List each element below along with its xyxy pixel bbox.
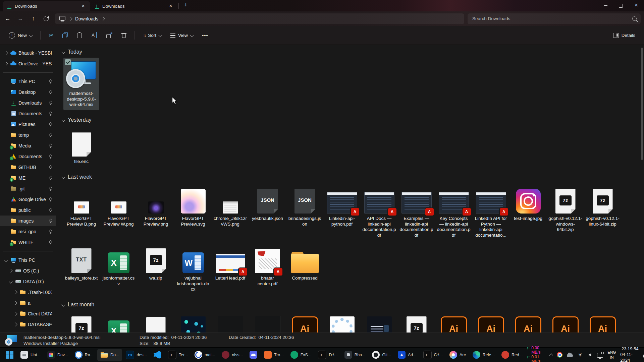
sidebar-item[interactable]: images — [0, 216, 56, 226]
sidebar-item[interactable]: .git — [0, 183, 56, 194]
file-tile[interactable]: Rectangle 7.png — [250, 310, 285, 333]
taskbar-app[interactable]: Do... — [97, 349, 122, 361]
search-input[interactable] — [472, 16, 630, 21]
file-tile[interactable]: Ai AdobeStock_684425862.ai — [473, 310, 509, 333]
chevron-right-icon[interactable] — [13, 322, 17, 326]
sidebar-item[interactable]: public — [0, 205, 56, 216]
forward-button[interactable]: → — [15, 13, 26, 24]
chevron-down-icon[interactable] — [9, 280, 12, 283]
file-tile[interactable]: A LinkedIn API for Python — linkedin-api… — [473, 183, 509, 241]
chevron-right-icon[interactable] — [9, 269, 12, 273]
more-button[interactable]: ••• — [199, 29, 212, 41]
back-button[interactable]: ← — [2, 13, 13, 24]
sidebar-item[interactable]: temp — [0, 130, 56, 140]
group-header[interactable]: Last week — [62, 172, 639, 182]
clock[interactable]: 23:19:54 04-11-2024 — [620, 346, 638, 362]
taskbar-app[interactable]: Ra... — [72, 349, 97, 361]
file-tile[interactable]: 7z saveweb2zip-com-www-harness-io.zip — [63, 310, 99, 333]
tab-close-icon[interactable] — [167, 3, 174, 10]
taskbar-app[interactable]: Unt... — [17, 349, 44, 361]
sidebar-item[interactable]: Pictures — [0, 119, 56, 130]
file-tile[interactable]: 7z gophish-v0.12.1-windows-64bit.zip — [547, 183, 583, 241]
taskbar-app[interactable]: Git... — [369, 349, 394, 361]
language-switcher[interactable]: ENG IN — [607, 350, 616, 360]
sidebar-item[interactable]: This PC — [0, 255, 56, 265]
sidebar-item[interactable]: DATA (D:) — [0, 276, 56, 287]
taskbar-app[interactable]: Bha... — [341, 349, 369, 361]
file-tile[interactable]: 7z wa.zip — [138, 242, 174, 295]
file-tile[interactable]: FlavorGPT Preview.svg — [175, 183, 211, 241]
chevron-right-icon[interactable] — [13, 312, 17, 315]
taskbar-app[interactable]: Ps des... — [123, 349, 150, 361]
file-tile[interactable]: chrome_J8sk1zrvWS.png — [212, 183, 248, 241]
sidebar-item[interactable]: This PC — [0, 76, 56, 87]
taskbar-app[interactable] — [151, 349, 164, 361]
taskbar-app[interactable] — [247, 349, 260, 361]
file-tile[interactable]: Ai AdobeStock_594399656 [Converted] copy… — [436, 310, 472, 333]
network-speed-widget[interactable]: ↑:0.00 MB/s ↓:0.01 MB/s — [526, 346, 545, 362]
minimize-button[interactable] — [598, 0, 613, 11]
details-button[interactable]: Details — [610, 29, 639, 41]
scrollbar-thumb[interactable] — [641, 48, 643, 160]
start-button[interactable] — [3, 349, 17, 361]
chevron-right-icon[interactable] — [13, 290, 17, 294]
volume-icon[interactable] — [587, 352, 593, 358]
file-tile[interactable]: A Key Concepts — linkedin-api documentat… — [436, 183, 472, 241]
group-header[interactable]: Yesterday — [62, 115, 639, 125]
file-tile[interactable]: X jsonformatter.csv — [101, 242, 137, 295]
file-tile[interactable]: test-image.jpg — [510, 183, 546, 241]
file-tile[interactable]: Ai AdobeStock_684401528.ai — [510, 310, 546, 333]
chrome-tray-icon[interactable] — [557, 352, 562, 358]
onedrive-tray-icon[interactable] — [567, 352, 573, 358]
sidebar-item[interactable]: Desktop — [0, 87, 56, 98]
notification-bell-icon[interactable] — [643, 352, 644, 358]
file-tile[interactable]: 7z gophish-v0.12.1-linux-64bit.zip — [585, 183, 621, 241]
paste-button[interactable] — [73, 29, 86, 41]
file-tile[interactable]: Rectangle 6.png — [212, 310, 248, 333]
rename-button[interactable] — [88, 29, 101, 41]
share-button[interactable] — [103, 29, 116, 41]
file-tile[interactable]: TXT baileys_store.txt — [63, 242, 99, 295]
file-tile[interactable]: A Linkedin-api-python.pdf — [324, 183, 360, 241]
taskbar-app[interactable]: niss... — [219, 349, 246, 361]
copy-button[interactable] — [59, 29, 71, 41]
sidebar-item[interactable]: OS (C:) — [0, 265, 56, 276]
file-tile[interactable]: file.enc — [63, 126, 99, 167]
sidebar-item[interactable]: Media — [0, 140, 56, 151]
file-tile[interactable]: FlavorGPT Preview B.png — [63, 183, 99, 241]
file-tile[interactable]: JSON brindadesings.json — [287, 183, 323, 241]
file-tile[interactable]: X voucher.xlsx — [101, 310, 137, 333]
file-tile[interactable]: Ai AdobeStock_594399656.ai — [585, 310, 621, 333]
sidebar-item[interactable]: ME — [0, 173, 56, 183]
close-button[interactable] — [629, 0, 644, 11]
file-tile[interactable]: FlavorGPT Preview W.png — [101, 183, 137, 241]
sidebar-item[interactable]: Google Drive — [0, 194, 56, 205]
delete-button[interactable] — [118, 29, 130, 41]
network-display-icon[interactable] — [597, 352, 603, 358]
breadcrumb[interactable]: Downloads — [75, 16, 98, 21]
brightness-icon[interactable]: ☀ — [577, 352, 583, 358]
sidebar-item[interactable]: Documents — [0, 151, 56, 162]
file-tile[interactable]: BHAUTIK.png — [361, 310, 397, 333]
file-tile[interactable]: A bhatar center.pdf — [250, 242, 285, 295]
chevron-right-icon[interactable] — [4, 62, 8, 65]
sidebar-item[interactable]: msi_gpo — [0, 226, 56, 237]
explorer-tab[interactable]: Downloads — [90, 1, 178, 11]
group-header[interactable]: Today — [62, 47, 639, 57]
file-tile[interactable]: Homem_Aranha.cdr — [138, 310, 174, 333]
taskbar-app[interactable]: Dav... — [44, 349, 71, 361]
search-icon[interactable] — [632, 16, 637, 21]
taskbar-app[interactable]: >_ C:\... — [420, 349, 446, 361]
chevron-right-icon[interactable] — [4, 51, 8, 55]
taskbar-app[interactable]: Tro... — [261, 349, 287, 361]
taskbar-app[interactable]: mat... — [192, 349, 218, 361]
file-tile[interactable]: Ai AdobeStock_594399656 - Copy.ai — [547, 310, 583, 333]
taskbar-app[interactable]: >_ Ter... — [165, 349, 191, 361]
file-tile[interactable]: A Examples — linkedin-api documentation.… — [398, 183, 434, 241]
file-tile[interactable]: A LetterHead.pdf — [212, 242, 248, 295]
sidebar-item[interactable]: Documents — [0, 108, 56, 119]
file-tile[interactable]: m2m377xc.png — [324, 310, 360, 333]
file-tile[interactable]: Ai AdobeStock_594399656 [Converted].ai — [287, 310, 323, 333]
sidebar-item[interactable]: Downloads — [0, 98, 56, 108]
file-tile[interactable]: Compressed — [287, 242, 323, 295]
